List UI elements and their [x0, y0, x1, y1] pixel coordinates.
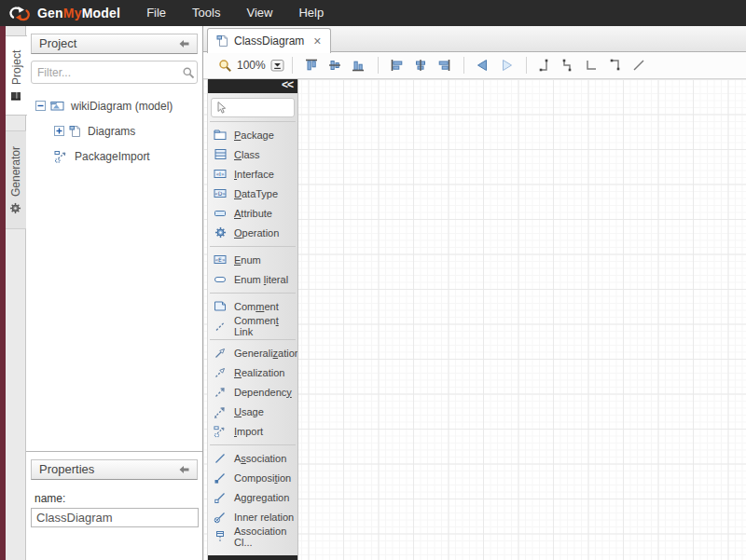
- name-input[interactable]: [31, 508, 199, 527]
- connector-step-down-button[interactable]: [604, 54, 628, 76]
- palette-item-usage[interactable]: Usage: [208, 402, 297, 421]
- side-tab-generator-label: Generator: [9, 145, 22, 196]
- align-center-icon: [413, 58, 428, 73]
- generalization-icon: [214, 347, 227, 360]
- tree-item-label: Diagrams: [86, 125, 135, 138]
- flip-right-button[interactable]: [495, 54, 518, 76]
- menu-help[interactable]: Help: [285, 0, 337, 26]
- connector-l-icon: [585, 58, 600, 73]
- palette-item-association-cl[interactable]: Association Cl...: [208, 526, 297, 546]
- palette-item-label: Comment: [234, 301, 279, 312]
- connector-s-button[interactable]: [558, 54, 581, 76]
- palette-item-label: Package: [234, 130, 274, 141]
- enum-literal-icon: [214, 274, 227, 285]
- palette-item-label: Dependency: [234, 387, 292, 398]
- flip-left-button[interactable]: [472, 54, 495, 76]
- palette-item-attribute[interactable]: Attribute: [208, 203, 297, 223]
- palette-item-datatype[interactable]: «D»DataType: [208, 184, 297, 203]
- close-tab-icon[interactable]: ×: [313, 35, 321, 47]
- package-icon: [214, 129, 227, 141]
- palette-item-label: Attribute: [234, 208, 272, 219]
- properties-panel-header: Properties: [31, 459, 198, 480]
- palette-item-association[interactable]: Association: [208, 448, 297, 468]
- filter-input[interactable]: [37, 66, 182, 79]
- realization-icon: [214, 366, 227, 379]
- menu-tools[interactable]: Tools: [179, 0, 233, 26]
- connector-step-up-button[interactable]: [534, 54, 558, 76]
- side-tab-project[interactable]: Project: [6, 35, 27, 116]
- align-center-button[interactable]: [409, 54, 433, 76]
- palette-item-inner-relation[interactable]: Inner relation: [208, 507, 297, 526]
- side-tab-generator[interactable]: Generator: [6, 130, 26, 229]
- palette-item-package[interactable]: Package: [208, 125, 297, 144]
- collapse-panel-icon[interactable]: [179, 465, 189, 474]
- palette-item-label: Composition: [234, 472, 291, 484]
- palette-item-class[interactable]: Class: [208, 144, 297, 164]
- collapse-panel-icon[interactable]: [179, 39, 189, 48]
- palette-item-realization[interactable]: Realization: [208, 362, 297, 382]
- composition-icon: [214, 471, 227, 485]
- enum-icon: «E»: [214, 253, 227, 266]
- gear-icon: [10, 202, 22, 214]
- brand-logo[interactable]: GenMyModel: [0, 6, 120, 21]
- align-bottom-icon: [351, 58, 366, 73]
- diagram-file-icon: [69, 125, 81, 138]
- palette-item-composition[interactable]: Composition: [208, 468, 297, 487]
- menu-view[interactable]: View: [233, 0, 285, 26]
- palette-item-label: Comment Link: [234, 315, 297, 337]
- tree-item-packageimport[interactable]: PackageImport: [26, 143, 202, 169]
- zoom-control: 100%: [218, 58, 284, 73]
- palette-item-comment[interactable]: Comment: [208, 296, 297, 316]
- properties-panel-title: Properties: [39, 460, 94, 479]
- tree-plus-box-icon[interactable]: [54, 126, 64, 136]
- align-left-button[interactable]: [386, 54, 409, 76]
- straight-line-button[interactable]: [628, 54, 651, 76]
- book-icon: [11, 90, 22, 102]
- palette-header: <<: [208, 79, 297, 93]
- palette-item-generalization[interactable]: Generalization: [208, 343, 297, 362]
- align-right-button[interactable]: [433, 54, 456, 76]
- flip-left-icon: [476, 58, 490, 73]
- palette-item-aggregation[interactable]: Aggregation: [208, 487, 297, 507]
- brand-gen: Gen: [37, 6, 63, 20]
- zoom-dropdown[interactable]: [270, 58, 284, 73]
- palette-item-label: Realization: [234, 367, 284, 378]
- palette-collapse-button[interactable]: <<: [282, 79, 293, 91]
- palette-item-comment-link[interactable]: Comment Link: [208, 316, 297, 335]
- palette-item-label: Association Cl...: [234, 526, 297, 548]
- menu-file[interactable]: File: [133, 0, 179, 26]
- diagram-canvas[interactable]: << PackageClass«I»Interface«D»DataTypeAt…: [203, 79, 746, 560]
- left-panel: Project wikiDiagram (model)DiagramsPacka…: [26, 26, 203, 560]
- toolbar-separator: [526, 57, 527, 74]
- menubar: FileToolsViewHelp: [133, 0, 337, 26]
- palette-item-label: Enum: [234, 254, 261, 266]
- aggregation-icon: [214, 491, 227, 504]
- tab-classdiagram[interactable]: ClassDiagram ×: [207, 28, 331, 53]
- palette-item-operation[interactable]: Operation: [208, 223, 297, 242]
- palette-item-label: Aggregation: [234, 492, 289, 503]
- palette-item-dependency[interactable]: Dependency: [208, 382, 297, 402]
- side-tab-strip: Project Generator: [6, 26, 26, 560]
- palette-item-import[interactable]: Import: [208, 421, 297, 441]
- align-middle-button[interactable]: [324, 54, 347, 76]
- palette-item-label: Inner relation: [234, 512, 294, 523]
- tree-item-wikidiagram-model[interactable]: wikiDiagram (model): [26, 93, 202, 118]
- align-bottom-button[interactable]: [347, 54, 370, 76]
- palette-separator: [210, 444, 296, 445]
- tree-item-diagrams[interactable]: Diagrams: [26, 118, 202, 143]
- align-top-button[interactable]: [300, 54, 324, 76]
- selection-tool[interactable]: [211, 98, 295, 117]
- tree-minus-box-icon[interactable]: [35, 101, 46, 111]
- zoom-icon: [218, 59, 232, 73]
- cursor-icon: [214, 101, 228, 115]
- align-top-icon: [304, 58, 319, 73]
- palette-item-enum-literal[interactable]: Enum literal: [208, 269, 297, 289]
- tree-item-label: wikiDiagram (model): [69, 100, 173, 113]
- attribute-icon: [214, 208, 227, 219]
- flip-right-icon: [499, 58, 514, 73]
- palette-item-enum[interactable]: «E»Enum: [208, 250, 297, 269]
- connector-l-button[interactable]: [581, 54, 604, 76]
- brand-model: Model: [82, 6, 120, 20]
- palette-item-interface[interactable]: «I»Interface: [208, 164, 297, 184]
- project-panel-title: Project: [39, 34, 76, 53]
